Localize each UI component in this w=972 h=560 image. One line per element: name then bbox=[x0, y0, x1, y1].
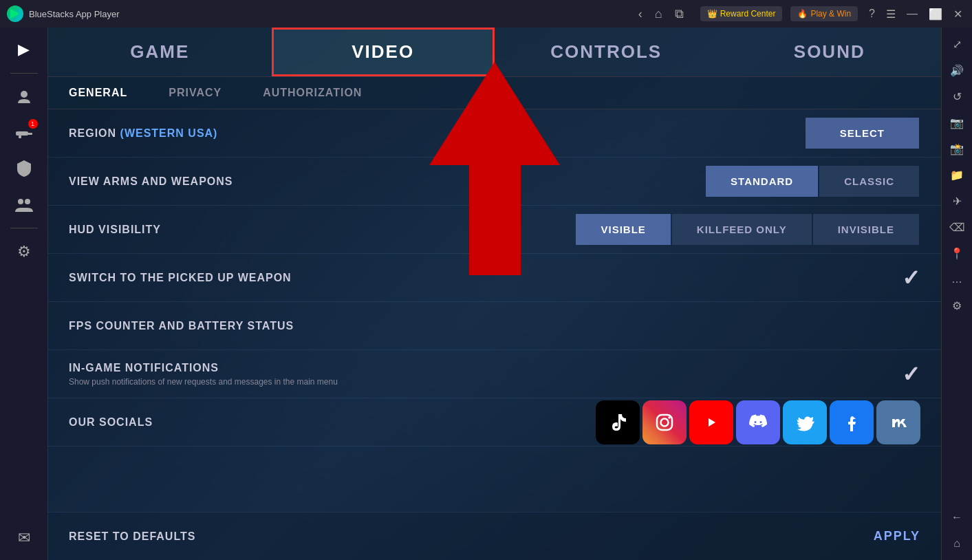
minimize-icon[interactable]: — bbox=[904, 6, 920, 21]
fps-counter-label: FPS COUNTER AND BATTERY STATUS bbox=[69, 320, 920, 332]
app-logo bbox=[7, 6, 23, 22]
settings-panel: GAME VIDEO CONTROLS SOUND GENERAL PRIVAC… bbox=[48, 28, 941, 560]
notifications-sublabel: Show push notifications of new requests … bbox=[69, 377, 902, 387]
sidebar-mail-button[interactable]: ✉ bbox=[9, 523, 39, 553]
sidebar-divider-1 bbox=[10, 73, 38, 74]
sidebar-play-button[interactable]: ▶ bbox=[9, 34, 39, 65]
nav-controls: ‹ ⌂ ⧉ bbox=[634, 6, 688, 23]
view-arms-standard-button[interactable]: STANDARD bbox=[706, 166, 818, 197]
settings-content: REGION (WESTERN USA) SELECT VIEW ARMS AN… bbox=[48, 109, 941, 512]
right-sidebar: ⤢ 🔊 ↺ 📷 📸 📁 ✈ ⌫ 📍 … ⚙ ← ⌂ bbox=[941, 28, 972, 560]
rs-expand-button[interactable]: ⤢ bbox=[946, 33, 968, 55]
hud-visibility-label: HUD VISIBILITY bbox=[69, 224, 576, 236]
subtab-privacy[interactable]: PRIVACY bbox=[148, 77, 242, 109]
region-value: (WESTERN USA) bbox=[120, 127, 218, 139]
subtab-authorization[interactable]: AUTHORIZATION bbox=[242, 77, 382, 109]
main-layout: ▶ 1 bbox=[0, 28, 972, 560]
view-arms-classic-button[interactable]: CLASSIC bbox=[819, 166, 919, 197]
notifications-check[interactable]: ✓ bbox=[902, 361, 920, 387]
help-icon[interactable]: ? bbox=[866, 6, 878, 21]
bottom-row: RESET TO DEFAULTS APPLY bbox=[48, 512, 941, 560]
gun-badge: 1 bbox=[28, 119, 38, 129]
layers-button[interactable]: ⧉ bbox=[671, 6, 688, 23]
svg-point-2 bbox=[21, 91, 28, 98]
setting-switch-weapon: SWITCH TO THE PICKED UP WEAPON ✓ bbox=[48, 254, 941, 302]
rs-folder-button[interactable]: 📁 bbox=[946, 164, 968, 186]
notifications-options: ✓ bbox=[902, 361, 920, 387]
sub-tabs: GENERAL PRIVACY AUTHORIZATION bbox=[48, 77, 941, 109]
setting-notifications: IN-GAME NOTIFICATIONS Show push notifica… bbox=[48, 350, 941, 398]
sidebar-shield-button[interactable] bbox=[9, 153, 39, 184]
back-button[interactable]: ‹ bbox=[634, 6, 647, 23]
rs-erase-button[interactable]: ⌫ bbox=[946, 216, 968, 238]
menu-icon[interactable]: ☰ bbox=[883, 6, 898, 22]
svg-point-9 bbox=[661, 418, 669, 426]
notifications-label: IN-GAME NOTIFICATIONS Show push notifica… bbox=[69, 362, 902, 387]
view-arms-label: VIEW ARMS AND WEAPONS bbox=[69, 175, 706, 188]
svg-rect-3 bbox=[16, 131, 28, 136]
instagram-button[interactable] bbox=[642, 400, 687, 444]
subtab-general[interactable]: GENERAL bbox=[48, 77, 148, 109]
twitter-button[interactable] bbox=[783, 400, 827, 444]
sidebar-team-button[interactable] bbox=[9, 189, 39, 219]
setting-region: REGION (WESTERN USA) SELECT bbox=[48, 109, 941, 158]
region-label: REGION (WESTERN USA) bbox=[69, 127, 806, 140]
svg-rect-1 bbox=[19, 9, 21, 19]
vk-button[interactable] bbox=[876, 400, 920, 444]
hud-visible-button[interactable]: VISIBLE bbox=[576, 214, 670, 245]
rs-location-button[interactable]: 📍 bbox=[946, 242, 968, 264]
sidebar-profile-button[interactable] bbox=[9, 82, 39, 112]
hud-visibility-options: VISIBLE KILLFEED ONLY INVISIBLE bbox=[576, 214, 920, 245]
view-arms-options: STANDARD CLASSIC bbox=[706, 166, 920, 197]
rs-home-button[interactable]: ⌂ bbox=[946, 532, 968, 554]
youtube-button[interactable] bbox=[689, 400, 733, 444]
svg-point-10 bbox=[668, 416, 671, 419]
svg-point-7 bbox=[25, 199, 30, 204]
window-controls: ? ☰ — ⬜ ✕ bbox=[866, 6, 965, 22]
titlebar-actions: 👑 Reward Center 🔥 Play & Win ? ☰ — ⬜ ✕ bbox=[700, 6, 965, 22]
hud-killfeed-button[interactable]: KILLFEED ONLY bbox=[672, 214, 812, 245]
switch-weapon-label: SWITCH TO THE PICKED UP WEAPON bbox=[69, 272, 902, 284]
region-select-button[interactable]: SELECT bbox=[806, 118, 919, 149]
rs-plane-button[interactable]: ✈ bbox=[946, 190, 968, 212]
setting-hud-visibility: HUD VISIBILITY VISIBLE KILLFEED ONLY INV… bbox=[48, 206, 941, 254]
home-button[interactable]: ⌂ bbox=[651, 6, 667, 23]
reset-label: RESET TO DEFAULTS bbox=[69, 530, 874, 543]
svg-marker-0 bbox=[10, 9, 20, 19]
content-area: GAME VIDEO CONTROLS SOUND GENERAL PRIVAC… bbox=[48, 28, 941, 560]
hud-invisible-button[interactable]: INVISIBLE bbox=[813, 214, 919, 245]
rs-gear-button[interactable]: ⚙ bbox=[946, 294, 968, 316]
discord-button[interactable] bbox=[736, 400, 780, 444]
rs-screenshot-button[interactable]: 📸 bbox=[946, 138, 968, 160]
apply-button[interactable]: APPLY bbox=[874, 529, 920, 543]
play-win-button[interactable]: 🔥 Play & Win bbox=[790, 6, 858, 21]
tiktok-button[interactable] bbox=[596, 400, 640, 444]
tab-game[interactable]: GAME bbox=[48, 28, 272, 76]
svg-rect-5 bbox=[19, 136, 21, 138]
rs-volume-button[interactable]: 🔊 bbox=[946, 59, 968, 81]
rs-back-button[interactable]: ← bbox=[946, 506, 968, 528]
sidebar-divider-2 bbox=[10, 228, 38, 228]
social-icons-container bbox=[596, 400, 920, 444]
app-title: BlueStacks App Player bbox=[29, 9, 629, 19]
facebook-button[interactable] bbox=[830, 400, 874, 444]
fire-icon: 🔥 bbox=[797, 9, 808, 19]
socials-label: OUR SOCIALS bbox=[69, 416, 596, 429]
tab-video[interactable]: VIDEO bbox=[272, 28, 495, 76]
reward-center-button[interactable]: 👑 Reward Center bbox=[700, 6, 783, 21]
top-tabs: GAME VIDEO CONTROLS SOUND bbox=[48, 28, 941, 77]
close-icon[interactable]: ✕ bbox=[951, 6, 965, 22]
rs-more-button[interactable]: … bbox=[946, 268, 968, 290]
rs-camera-button[interactable]: 📷 bbox=[946, 111, 968, 133]
svg-point-6 bbox=[18, 199, 23, 204]
titlebar: BlueStacks App Player ‹ ⌂ ⧉ 👑 Reward Cen… bbox=[0, 0, 972, 28]
setting-view-arms: VIEW ARMS AND WEAPONS STANDARD CLASSIC bbox=[48, 158, 941, 206]
switch-weapon-check[interactable]: ✓ bbox=[902, 265, 920, 291]
maximize-icon[interactable]: ⬜ bbox=[926, 6, 945, 22]
region-options: SELECT bbox=[806, 118, 920, 149]
tab-controls[interactable]: CONTROLS bbox=[495, 28, 718, 76]
sidebar-settings-button[interactable]: ⚙ bbox=[9, 237, 39, 267]
tab-sound[interactable]: SOUND bbox=[718, 28, 942, 76]
rs-rotate-button[interactable]: ↺ bbox=[946, 85, 968, 107]
left-sidebar: ▶ 1 bbox=[0, 28, 48, 560]
